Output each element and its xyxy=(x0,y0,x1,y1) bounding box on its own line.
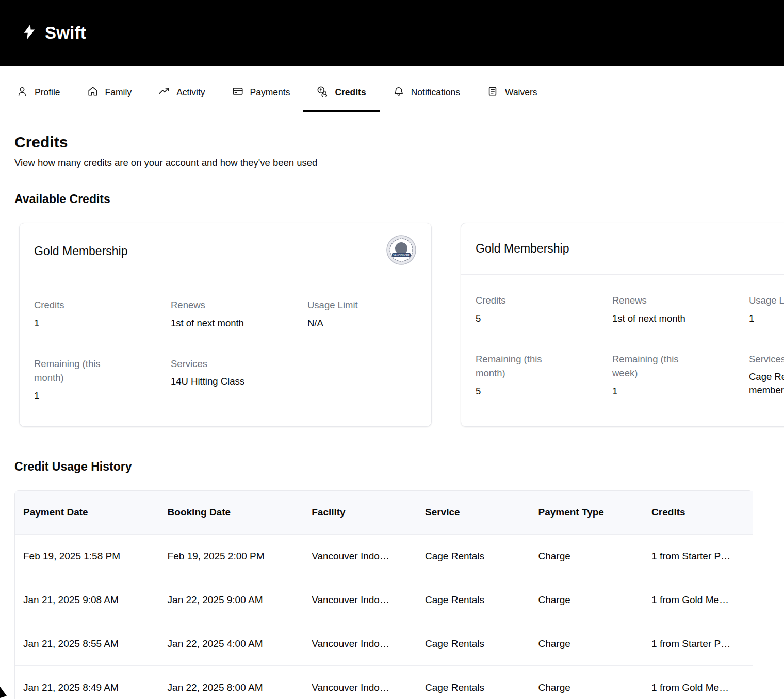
credit-card-icon xyxy=(232,86,243,99)
booking-date-cell: Jan 22, 2025 8:00 AM xyxy=(159,665,304,699)
credit-card-title: Gold Membership xyxy=(476,242,569,256)
booking-date-cell: Jan 22, 2025 4:00 AM xyxy=(159,622,304,665)
field-label: Remaining (this month) xyxy=(476,352,564,381)
field-label: Services xyxy=(749,352,784,367)
payment-type-cell: Charge xyxy=(530,578,644,622)
credit-field: Credits 1 xyxy=(34,298,171,330)
credit-usage-table: Payment Date Booking Date Facility Servi… xyxy=(14,490,753,699)
page-title: Credits xyxy=(14,134,770,151)
facility-cell: Vancouver Indo… xyxy=(303,534,417,578)
payment-date-cell: Feb 19, 2025 1:58 PM xyxy=(15,534,159,578)
credits-cell: 1 from Gold Me… xyxy=(643,665,753,699)
tab-label: Waivers xyxy=(505,87,537,98)
field-label: Renews xyxy=(171,298,259,312)
field-value: 1st of next month xyxy=(612,312,721,325)
field-value: 5 xyxy=(476,312,584,325)
bolt-icon xyxy=(21,23,38,43)
payment-date-cell: Jan 21, 2025 9:08 AM xyxy=(15,578,159,622)
field-value: 1st of next month xyxy=(171,317,279,330)
credit-card: Gold Membership Credits 5 Renews 1st of … xyxy=(461,223,784,427)
table-row[interactable]: Jan 21, 2025 8:55 AM Jan 22, 2025 4:00 A… xyxy=(15,622,753,665)
booking-date-cell: Feb 19, 2025 2:00 PM xyxy=(159,534,304,578)
credit-card-body: Credits 5 Renews 1st of next month Usage… xyxy=(461,275,784,422)
field-value: N/A xyxy=(307,317,416,330)
tab-notifications[interactable]: Notifications xyxy=(380,77,473,112)
credit-card-header: Gold Membership xyxy=(461,223,784,275)
field-label: Usage Limit xyxy=(749,293,784,308)
document-icon xyxy=(487,86,498,99)
payment-type-cell: Charge xyxy=(530,665,644,699)
table-row[interactable]: Jan 21, 2025 9:08 AM Jan 22, 2025 9:00 A… xyxy=(15,578,753,622)
column-header: Payment Date xyxy=(15,491,159,534)
credit-usage-history-heading: Credit Usage History xyxy=(14,460,770,474)
credit-field: Services 14U Hitting Class xyxy=(171,357,307,403)
tab-label: Family xyxy=(105,87,132,98)
credit-card-header: Gold Membership VANCOUVER xyxy=(20,223,431,279)
field-value: Cage Rentals membership xyxy=(749,370,784,397)
column-header: Service xyxy=(417,491,530,534)
home-icon xyxy=(87,86,99,99)
available-credits-heading: Available Credits xyxy=(14,192,770,206)
main-content: Credits View how many credits are on you… xyxy=(0,134,784,699)
service-cell: Cage Rentals xyxy=(417,622,530,665)
tab-waivers[interactable]: Waivers xyxy=(473,77,551,112)
payment-date-cell: Jan 21, 2025 8:49 AM xyxy=(15,665,159,699)
coins-icon xyxy=(317,86,328,99)
field-label: Credits xyxy=(34,298,123,312)
credit-field: Services Cage Rentals membership xyxy=(749,352,784,398)
credit-field: Renews 1st of next month xyxy=(171,298,307,330)
field-label: Remaining (this week) xyxy=(612,352,701,381)
brand-logo[interactable]: Swift xyxy=(21,23,86,43)
service-cell: Cage Rentals xyxy=(417,665,530,699)
tab-label: Credits xyxy=(335,87,366,98)
service-cell: Cage Rentals xyxy=(417,534,530,578)
field-value: 1 xyxy=(34,317,142,330)
field-value: 1 xyxy=(749,312,784,325)
column-header: Payment Type xyxy=(530,491,644,534)
credits-cell: 1 from Gold Me… xyxy=(643,578,753,622)
cursor-icon xyxy=(0,687,7,698)
svg-text:VANCOUVER: VANCOUVER xyxy=(393,254,410,257)
credits-cell: 1 from Starter P… xyxy=(643,534,753,578)
field-value: 14U Hitting Class xyxy=(171,375,279,388)
field-label: Usage Limit xyxy=(307,298,396,312)
payment-type-cell: Charge xyxy=(530,534,644,578)
table-row[interactable]: Feb 19, 2025 1:58 PM Feb 19, 2025 2:00 P… xyxy=(15,534,753,578)
credit-card-body: Credits 1 Renews 1st of next month Usage… xyxy=(20,279,431,426)
tab-credits[interactable]: Credits xyxy=(303,77,379,112)
credit-field: Credits 5 xyxy=(476,293,612,325)
membership-badge-logo: VANCOUVER xyxy=(386,235,417,268)
tab-family[interactable]: Family xyxy=(74,77,145,112)
tab-profile[interactable]: Profile xyxy=(3,77,74,112)
column-header: Facility xyxy=(303,491,417,534)
field-value: 5 xyxy=(476,385,584,398)
column-header: Credits xyxy=(643,491,753,534)
tab-label: Profile xyxy=(35,87,60,98)
credit-field: Remaining (this month) 1 xyxy=(34,357,171,403)
column-header: Booking Date xyxy=(159,491,304,534)
tab-payments[interactable]: Payments xyxy=(219,77,304,112)
trending-up-icon xyxy=(158,86,170,99)
facility-cell: Vancouver Indo… xyxy=(303,622,417,665)
main-nav: Profile Family Activity Payments xyxy=(0,66,784,112)
credit-field: Renews 1st of next month xyxy=(612,293,749,325)
field-label: Credits xyxy=(476,293,564,308)
user-icon xyxy=(17,86,28,99)
field-label: Renews xyxy=(612,293,701,308)
facility-cell: Vancouver Indo… xyxy=(303,578,417,622)
tab-label: Activity xyxy=(176,87,205,98)
credit-field: Remaining (this month) 5 xyxy=(476,352,612,398)
credit-card-title: Gold Membership xyxy=(34,244,128,258)
field-label: Remaining (this month) xyxy=(34,357,123,386)
field-value: 1 xyxy=(34,389,142,403)
credit-cards-row: Gold Membership VANCOUVER Credits 1 xyxy=(19,223,770,427)
field-value: 1 xyxy=(612,385,721,398)
service-cell: Cage Rentals xyxy=(417,578,530,622)
table-header-row: Payment Date Booking Date Facility Servi… xyxy=(15,491,753,534)
table-row[interactable]: Jan 21, 2025 8:49 AM Jan 22, 2025 8:00 A… xyxy=(15,665,753,699)
credit-field: Remaining (this week) 1 xyxy=(612,352,749,398)
credit-field: Usage Limit N/A xyxy=(307,298,417,330)
field-label: Services xyxy=(171,357,259,371)
tab-label: Payments xyxy=(250,87,290,98)
tab-activity[interactable]: Activity xyxy=(145,77,218,112)
